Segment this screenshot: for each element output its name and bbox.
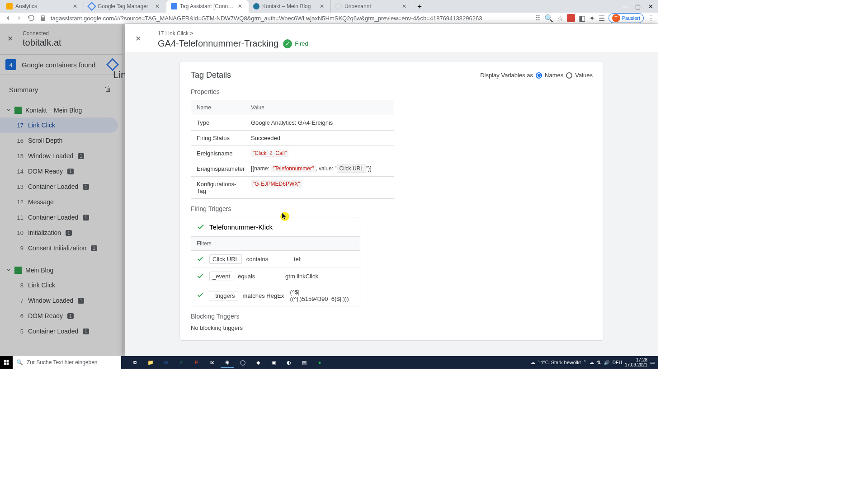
tab-title: Tag Assistant [Connected] bbox=[180, 3, 235, 9]
chrome-icon[interactable]: ◉ bbox=[221, 357, 234, 368]
check-icon bbox=[197, 255, 205, 263]
prop-key: Ereignisname bbox=[191, 146, 245, 161]
filter-row: _eventequalsgtm.linkClick bbox=[191, 267, 360, 285]
close-icon[interactable]: ✕ bbox=[155, 3, 161, 9]
browser-tab-gtm[interactable]: Google Tag Manager ✕ bbox=[84, 0, 166, 13]
prop-key: Firing Status bbox=[191, 131, 245, 145]
close-icon[interactable]: ✕ bbox=[73, 3, 79, 9]
prop-key: Ereignisparameter bbox=[191, 161, 245, 176]
prop-val: Succeeded bbox=[245, 131, 394, 145]
tag-details-title: Tag Details bbox=[191, 70, 231, 80]
close-icon[interactable]: ✕ bbox=[238, 3, 244, 9]
tab-title: Analytics bbox=[15, 3, 70, 9]
browser-tab-wordpress[interactable]: Kontakt – Mein Blog ✕ bbox=[249, 0, 331, 13]
radio-names[interactable] bbox=[536, 72, 542, 79]
kebab-menu-icon[interactable]: ⋮ bbox=[647, 14, 655, 23]
close-icon[interactable]: ✕ bbox=[402, 3, 408, 9]
search-placeholder: Zur Suche Text hier eingeben bbox=[27, 359, 98, 366]
address-bar[interactable]: tagassistant.google.com/#/?source=TAG_MA… bbox=[51, 15, 532, 22]
app-icon[interactable]: ◆ bbox=[251, 357, 265, 368]
forward-icon bbox=[15, 14, 24, 22]
prop-val: [{name: "Telefonnummer", value: "Click U… bbox=[245, 161, 394, 176]
gtm-icon bbox=[87, 2, 96, 11]
firing-triggers-heading: Firing Triggers bbox=[191, 205, 593, 212]
new-tab-button[interactable]: ＋ bbox=[413, 0, 426, 13]
translate-icon[interactable]: ⠿ bbox=[535, 14, 541, 23]
notepad-icon[interactable]: ▤ bbox=[297, 357, 311, 368]
filter-row: _triggersmatches RegEx(^$|((^|,)51594390… bbox=[191, 285, 360, 306]
task-view-icon[interactable]: ⧉ bbox=[128, 357, 142, 368]
radio-values[interactable] bbox=[566, 72, 572, 79]
taskbar-search[interactable]: 🔍 Zur Suche Text hier eingeben bbox=[13, 356, 121, 369]
notifications-icon[interactable]: ▭ bbox=[650, 360, 655, 366]
check-icon bbox=[197, 291, 204, 300]
reading-list-icon[interactable]: ☰ bbox=[599, 14, 605, 23]
word-icon[interactable]: W bbox=[159, 357, 173, 368]
lock-icon[interactable] bbox=[39, 14, 47, 22]
maximize-icon[interactable]: ▢ bbox=[633, 3, 643, 10]
spotify-icon[interactable]: ● bbox=[313, 357, 326, 368]
close-icon[interactable]: ✕ bbox=[320, 3, 326, 9]
browser-tab-tagassistant[interactable]: Tag Assistant [Connected] ✕ bbox=[166, 0, 249, 13]
filter-row: Click URLcontainstel: bbox=[191, 251, 360, 267]
display-variables-label: Display Variables as bbox=[480, 72, 533, 79]
th-value: Value bbox=[245, 100, 394, 115]
close-window-icon[interactable]: ✕ bbox=[646, 3, 656, 10]
adblock-icon[interactable] bbox=[567, 14, 575, 22]
obs-icon[interactable]: ◯ bbox=[236, 357, 250, 368]
volume-icon[interactable]: 🔊 bbox=[604, 360, 610, 366]
edge-icon[interactable]: ◐ bbox=[282, 357, 296, 368]
pause-pill[interactable]: TPausiert bbox=[609, 13, 644, 23]
th-name: Name bbox=[191, 100, 245, 115]
onedrive-icon[interactable]: ☁ bbox=[589, 360, 594, 366]
tag-name-title: GA4-Telefonnummer-Tracking bbox=[158, 38, 278, 49]
extension-icon[interactable]: ◧ bbox=[579, 14, 585, 23]
mail-icon[interactable]: ✉ bbox=[205, 357, 219, 368]
tray-chevron-icon[interactable]: ˄ bbox=[584, 360, 586, 366]
clock[interactable]: 17:28 17.09.2021 bbox=[625, 357, 647, 367]
fired-label: Fired bbox=[295, 40, 308, 47]
language-icon[interactable]: DEU bbox=[613, 360, 622, 365]
cloud-icon: ☁ bbox=[530, 360, 535, 366]
browser-tab-analytics[interactable]: Analytics ✕ bbox=[2, 0, 84, 13]
prop-val: "Click_2_Call" bbox=[245, 146, 394, 161]
prop-val: Google Analytics: GA4-Ereignis bbox=[245, 115, 394, 130]
check-icon bbox=[197, 223, 205, 231]
no-blocking-text: No blocking triggers bbox=[191, 324, 593, 331]
blank-page-icon bbox=[335, 3, 342, 9]
reload-icon[interactable] bbox=[27, 14, 35, 22]
prop-key: Konfigurations-Tag bbox=[191, 177, 245, 198]
trigger-name: Telefonnummer-Klick bbox=[209, 223, 273, 231]
trigger-box: Telefonnummer-Klick Filters Click URLcon… bbox=[191, 217, 360, 306]
analytics-icon bbox=[6, 3, 13, 9]
prop-key: Type bbox=[191, 115, 245, 130]
breadcrumb[interactable]: 17 Link Click > bbox=[158, 30, 308, 37]
back-icon[interactable] bbox=[4, 14, 12, 22]
wifi-icon[interactable]: ⇅ bbox=[597, 360, 601, 366]
tab-title: Google Tag Manager bbox=[98, 3, 152, 9]
browser-tab-untitled[interactable]: Unbenannt ✕ bbox=[331, 0, 413, 13]
check-circle-icon: ✓ bbox=[283, 39, 292, 48]
bookmark-icon[interactable]: ☆ bbox=[557, 14, 563, 23]
tagassistant-icon bbox=[171, 3, 177, 9]
search-icon: 🔍 bbox=[16, 359, 23, 366]
powerpoint-icon[interactable]: P bbox=[190, 357, 203, 368]
blocking-triggers-heading: Blocking Triggers bbox=[191, 313, 593, 320]
windows-start-icon[interactable] bbox=[0, 356, 13, 369]
properties-table: Name Value Type Google Analytics: GA4-Er… bbox=[191, 100, 394, 199]
app2-icon[interactable]: ▣ bbox=[267, 357, 280, 368]
prop-val: "G-EJPMED6PWX" bbox=[245, 177, 394, 198]
properties-heading: Properties bbox=[191, 88, 593, 95]
close-modal-icon[interactable]: ✕ bbox=[135, 34, 146, 45]
extensions-puzzle-icon[interactable]: ✦ bbox=[589, 14, 595, 23]
check-icon bbox=[197, 272, 205, 281]
tab-title: Unbenannt bbox=[344, 3, 399, 9]
filters-label: Filters bbox=[191, 236, 360, 251]
zoom-icon[interactable]: 🔍 bbox=[544, 14, 553, 23]
wordpress-icon bbox=[253, 3, 259, 9]
excel-icon[interactable]: X bbox=[175, 357, 188, 368]
explorer-icon[interactable]: 📁 bbox=[144, 357, 157, 368]
minimize-icon[interactable]: — bbox=[620, 3, 630, 10]
weather-widget[interactable]: ☁ 14°C Stark bewölkt bbox=[530, 360, 581, 366]
tab-title: Kontakt – Mein Blog bbox=[262, 3, 317, 9]
